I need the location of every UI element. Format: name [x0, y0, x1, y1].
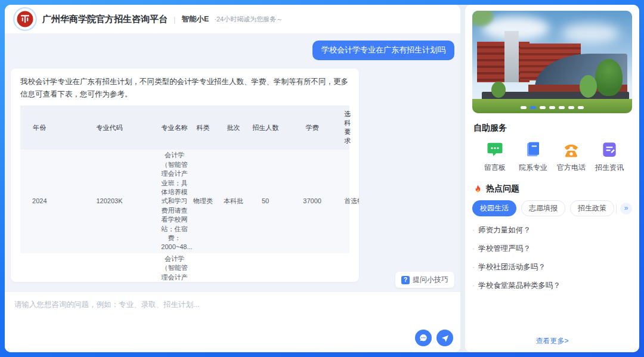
admission-news-icon: [600, 141, 618, 159]
hot-question-text: 学校食堂菜品种类多吗？: [478, 281, 561, 291]
composer: [5, 291, 460, 352]
cell-major-code: 120203K: [59, 253, 160, 282]
hot-question-text: 学校社团活动多吗？: [478, 262, 546, 272]
hot-question[interactable]: · 学校食堂菜品种类多吗？: [472, 277, 632, 295]
view-more-link[interactable]: 查看更多>: [472, 333, 632, 347]
hot-topic-tab[interactable]: 校园生活: [472, 200, 516, 216]
carousel-dot[interactable]: [521, 106, 527, 109]
table-header-cell: 专业代码: [59, 105, 160, 150]
chat-area: 学校会计学专业在广东有招生计划吗 我校会计学专业在广东有招生计划，不同类型的会计…: [5, 34, 460, 291]
service-official-phone[interactable]: 官方电话: [553, 141, 589, 173]
hot-question-text: 师资力量如何？: [478, 225, 531, 235]
cell-year: 2024: [20, 150, 59, 253]
bullet-icon: ·: [472, 262, 475, 271]
cloud-shape: [562, 23, 619, 44]
page-title: 广州华商学院官方招生咨询平台: [42, 14, 168, 25]
help-icon: ?: [401, 276, 410, 284]
hot-topic-tabs: 校园生活志愿填报招生政策 »: [472, 200, 632, 216]
cell-subject-category: 历史类: [188, 253, 217, 282]
app-window: 广州华商学院官方招生咨询平台 | 智能小E ·24小时竭诚为您服务～ 学校会计学…: [0, 0, 644, 357]
service-message-board[interactable]: 留言板: [477, 141, 513, 173]
message-board-icon: [486, 141, 504, 159]
table-row: 2024 120203K 会计学（智能管理会计产业班；具体培养模式和学习费用请查…: [20, 150, 349, 253]
carousel-dot[interactable]: [568, 106, 574, 109]
hot-question[interactable]: · 学校社团活动多吗？: [472, 258, 632, 277]
cell-batch: 本科批: [218, 150, 250, 253]
service-tagline: ·24小时竭诚为您服务～: [214, 15, 283, 24]
tabs-divider: [616, 204, 617, 213]
question-tips-button[interactable]: ? 提问小技巧: [395, 272, 454, 288]
table-header-cell: 年份: [20, 105, 59, 150]
campus-photo-carousel[interactable]: [472, 11, 632, 113]
admission-plan-table: 年份专业代码专业名称科类批次招生人数学费选科要求 2024 120203K 会计…: [20, 105, 349, 282]
carousel-dot[interactable]: [578, 106, 584, 109]
table-header-cell: 学费: [281, 105, 343, 150]
campus-tower: [504, 31, 519, 82]
self-service-row: 留言板 院系专业: [472, 141, 632, 173]
main-container: 广州华商学院官方招生咨询平台 | 智能小E ·24小时竭诚为您服务～ 学校会计学…: [5, 5, 639, 352]
hot-questions-title: 热点问题: [486, 184, 519, 194]
chat-bubble-icon: [419, 333, 428, 343]
departments-book-icon: [524, 141, 542, 159]
cell-batch: 本科批: [218, 253, 250, 282]
hot-topic-tab[interactable]: 招生政策: [570, 200, 614, 216]
service-label: 院系专业: [519, 163, 547, 173]
hot-question[interactable]: · 学校管理严吗？: [472, 240, 632, 258]
hot-question-list: · 师资力量如何？ · 学校管理严吗？ · 学校社团活动多吗？ ·: [472, 221, 632, 295]
table-header-cell: 专业名称: [160, 105, 188, 150]
tabs-list: 校园生活志愿填报招生政策: [472, 200, 614, 216]
tips-label: 提问小技巧: [413, 275, 448, 285]
table-row: 2024 120203K 会计学（智能管理会计产业班；具体培养模式和学习费用请查…: [20, 253, 349, 282]
sidebar: 自助服务 留言板: [465, 5, 639, 352]
fire-icon: [473, 185, 482, 194]
table-header-cell: 批次: [218, 105, 250, 150]
bot-message-card: 我校会计学专业在广东有招生计划，不同类型的会计学专业招生人数、学费、学制等有所不…: [11, 69, 359, 282]
service-label: 官方电话: [557, 163, 586, 173]
carousel-dots: [472, 106, 632, 109]
service-admission-news[interactable]: 招生资讯: [592, 141, 627, 173]
send-button[interactable]: [436, 330, 453, 346]
tabs-more-button[interactable]: »: [620, 203, 632, 215]
assistant-name: 智能小E: [181, 14, 209, 24]
service-departments[interactable]: 院系专业: [515, 141, 551, 173]
quick-chat-button[interactable]: [415, 330, 432, 346]
cell-subject-requirement: 首选物理，再选不限: [343, 150, 349, 253]
chat-panel: 广州华商学院官方招生咨询平台 | 智能小E ·24小时竭诚为您服务～ 学校会计学…: [5, 5, 460, 352]
official-phone-icon: [562, 141, 580, 159]
carousel-dot[interactable]: [549, 106, 555, 109]
composer-actions: [415, 330, 453, 346]
hot-questions-header: 热点问题: [473, 184, 631, 194]
bot-intro-text: 我校会计学专业在广东有招生计划，不同类型的会计学专业招生人数、学费、学制等有所不…: [20, 76, 349, 101]
table-header-row: 年份专业代码专业名称科类批次招生人数学费选科要求: [20, 105, 349, 150]
bullet-icon: ·: [472, 281, 475, 290]
table-header-cell: 选科要求: [343, 105, 349, 150]
cell-enrollment: 30: [249, 253, 281, 282]
cell-enrollment: 50: [249, 150, 281, 253]
bullet-icon: ·: [472, 244, 475, 253]
bullet-icon: ·: [472, 225, 475, 234]
tree-shape: [595, 59, 623, 96]
tree-shape: [580, 75, 597, 98]
cell-major-code: 120203K: [59, 150, 160, 253]
title-divider: |: [174, 15, 175, 24]
carousel-dot[interactable]: [559, 106, 565, 109]
cell-major-name: 会计学（智能管理会计产业班；具体培养模式和学习费用请查看学校网站；住宿费：200…: [160, 150, 188, 253]
cell-tuition: 37000: [281, 150, 343, 253]
message-input[interactable]: [5, 292, 460, 329]
table-header-cell: 科类: [188, 105, 217, 150]
hot-topic-tab[interactable]: 志愿填报: [521, 200, 565, 216]
service-label: 招生资讯: [595, 163, 624, 173]
cell-year: 2024: [20, 253, 59, 282]
service-label: 留言板: [484, 163, 506, 173]
school-logo-icon: [13, 7, 37, 31]
cell-subject-requirement: 首选历史，再选不限: [343, 253, 349, 282]
carousel-dot[interactable]: [540, 106, 546, 109]
cell-tuition: 37000: [281, 253, 343, 282]
paper-plane-icon: [441, 334, 450, 343]
header: 广州华商学院官方招生咨询平台 | 智能小E ·24小时竭诚为您服务～: [5, 5, 460, 34]
table-header-cell: 招生人数: [249, 105, 281, 150]
hot-question[interactable]: · 师资力量如何？: [472, 221, 632, 240]
self-service-title: 自助服务: [473, 123, 631, 134]
carousel-dot[interactable]: [530, 106, 536, 109]
cell-major-name: 会计学（智能管理会计产业班；具体培养模式和学习费用请查看学校网站；住宿费：200…: [160, 253, 188, 282]
